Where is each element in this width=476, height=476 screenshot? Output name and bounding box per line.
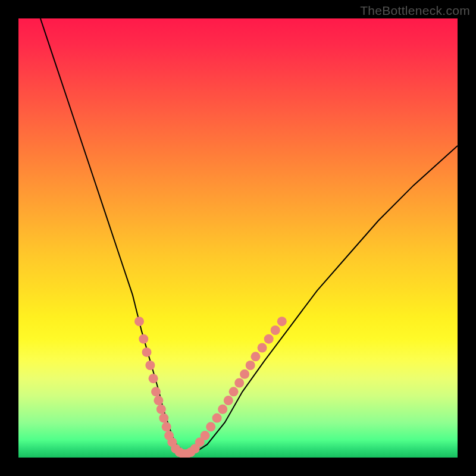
svg-point-4: [149, 374, 158, 383]
bottleneck-curve: [40, 18, 458, 453]
svg-point-21: [212, 414, 222, 423]
svg-point-30: [264, 334, 274, 344]
svg-point-19: [201, 431, 210, 440]
chart-svg: [18, 18, 458, 458]
svg-point-24: [229, 387, 239, 396]
svg-point-22: [218, 405, 227, 414]
watermark-text: TheBottleneck.com: [360, 4, 470, 18]
svg-point-7: [156, 405, 166, 414]
svg-point-31: [271, 325, 280, 335]
svg-point-0: [134, 317, 144, 326]
svg-point-9: [162, 422, 171, 431]
svg-point-32: [277, 317, 287, 326]
chart-gradient-plot: [18, 18, 458, 458]
svg-point-29: [258, 343, 267, 353]
svg-point-27: [246, 361, 255, 370]
svg-point-26: [240, 369, 249, 379]
svg-point-20: [206, 422, 215, 431]
svg-point-2: [142, 347, 152, 357]
svg-point-1: [139, 334, 148, 344]
svg-point-3: [145, 361, 155, 370]
svg-point-6: [154, 396, 163, 405]
svg-point-23: [224, 396, 233, 405]
svg-point-8: [159, 414, 168, 423]
svg-point-5: [151, 387, 161, 396]
svg-point-25: [234, 378, 244, 388]
svg-point-28: [251, 352, 261, 361]
